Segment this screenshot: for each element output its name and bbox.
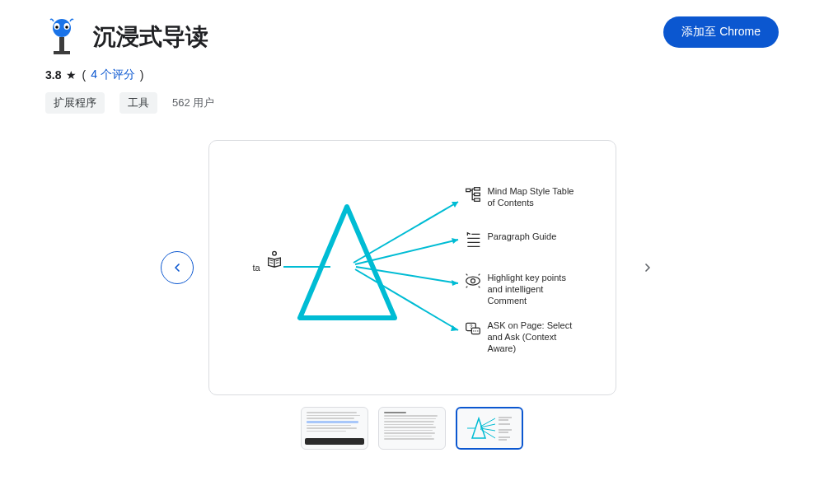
svg-line-31 — [466, 274, 467, 276]
svg-line-8 — [353, 202, 458, 263]
feature-text: Mind Map Style Table of Contents — [488, 186, 583, 209]
eye-icon — [465, 273, 481, 289]
svg-line-34 — [478, 287, 480, 288]
chevron-right-icon — [641, 261, 654, 274]
svg-rect-5 — [59, 37, 64, 52]
svg-rect-23 — [474, 193, 480, 195]
add-to-chrome-button[interactable]: 添加至 Chrome — [663, 16, 779, 48]
carousel-prev-button[interactable] — [161, 251, 194, 284]
svg-line-33 — [466, 287, 467, 288]
feature-ask: ? ASK on Page: Select and Ask (Context A… — [465, 320, 583, 354]
extension-title: 沉浸式导读 — [93, 21, 208, 53]
feature-text: Paragraph Guide — [488, 231, 557, 243]
svg-line-20 — [275, 263, 279, 264]
mindmap-icon — [465, 186, 481, 203]
svg-rect-6 — [54, 51, 70, 54]
svg-line-12 — [356, 267, 458, 283]
svg-rect-24 — [474, 198, 480, 201]
svg-rect-21 — [466, 189, 470, 191]
thumbnail-2[interactable] — [378, 407, 446, 450]
svg-point-38 — [473, 330, 474, 331]
svg-point-4 — [65, 26, 68, 29]
chevron-left-icon — [171, 261, 184, 274]
extension-logo — [45, 16, 78, 58]
input-label: ta — [253, 263, 260, 273]
svg-marker-11 — [452, 238, 458, 244]
feature-text: Highlight key points and intelligent Com… — [488, 273, 583, 306]
reviews-link[interactable]: 4 个评分 — [91, 68, 135, 82]
svg-point-29 — [466, 277, 480, 285]
tag-tool[interactable]: 工具 — [119, 92, 157, 114]
paragraph-icon — [465, 231, 481, 248]
svg-marker-13 — [452, 280, 458, 286]
thumbnail-1[interactable] — [301, 407, 368, 450]
svg-line-32 — [478, 274, 480, 276]
svg-rect-22 — [474, 188, 480, 190]
svg-point-16 — [272, 251, 276, 255]
users-count: 562 用户 — [172, 96, 214, 110]
carousel-next-button[interactable] — [631, 251, 664, 284]
chat-question-icon: ? — [465, 320, 481, 337]
book-icon — [265, 250, 283, 272]
carousel-slide: ta Mind Map Style Table of Contents — [208, 140, 616, 395]
rating-value: 3.8 — [45, 68, 61, 82]
svg-point-30 — [471, 279, 475, 283]
feature-text: ASK on Page: Select and Ask (Context Awa… — [488, 320, 583, 354]
paren-open: ( — [82, 68, 86, 82]
paren-close: ) — [140, 68, 144, 82]
svg-line-17 — [269, 260, 273, 261]
feature-highlight: Highlight key points and intelligent Com… — [465, 273, 583, 306]
thumbnail-strip — [0, 407, 824, 450]
tag-extension[interactable]: 扩展程序 — [45, 92, 105, 114]
svg-line-14 — [355, 269, 458, 330]
feature-mindmap: Mind Map Style Table of Contents — [465, 186, 583, 209]
star-icon: ★ — [66, 68, 77, 82]
svg-line-19 — [275, 260, 279, 261]
thumbnail-3[interactable] — [456, 407, 523, 450]
svg-line-18 — [269, 263, 273, 264]
feature-paragraph: Paragraph Guide — [465, 231, 557, 248]
svg-point-39 — [475, 330, 475, 331]
svg-point-3 — [55, 26, 59, 29]
svg-point-40 — [477, 330, 478, 331]
